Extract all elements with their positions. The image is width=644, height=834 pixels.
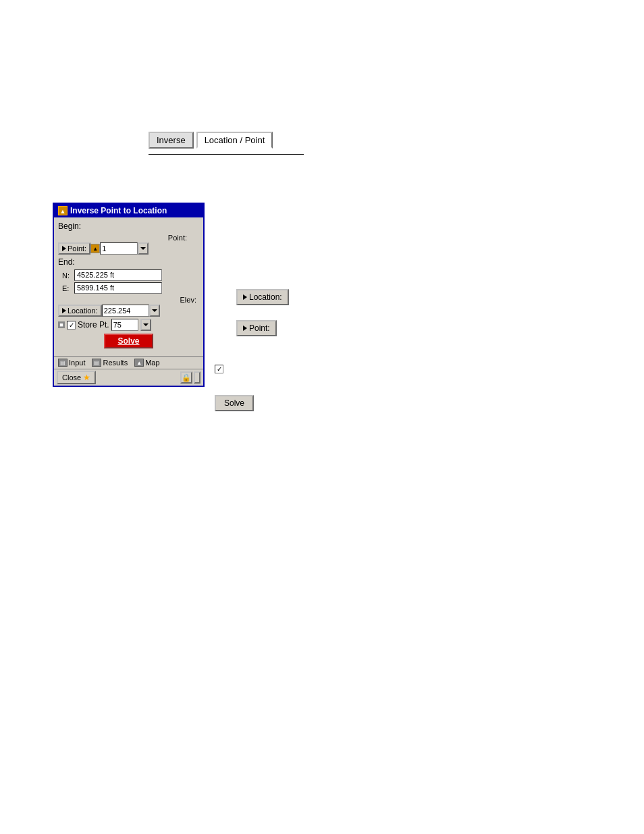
store-pt-label: Store Pt. (78, 320, 109, 330)
elev-label: Elev: (58, 296, 199, 304)
store-square-icon: ■ (58, 321, 65, 328)
point-arrow-icon (62, 246, 66, 251)
point-dropdown-arrow-icon (140, 247, 146, 250)
right-controls: 🔒 (180, 371, 200, 384)
e-value: 5899.145 ft (74, 282, 162, 294)
store-pt-dropdown-arrow-icon (143, 323, 149, 326)
point-button[interactable]: Point: (58, 242, 90, 255)
annot-location-label: Location: (249, 292, 282, 302)
annotation-location-button[interactable]: Location: (236, 289, 289, 305)
n-coord-row: N: 4525.225 ft (58, 269, 199, 281)
dialog-titlebar: ▲ Inverse Point to Location (54, 204, 203, 217)
close-star-icon: ★ (83, 373, 90, 382)
n-label: N: (62, 271, 74, 280)
store-pt-checkbox[interactable] (67, 321, 76, 330)
annot-point-label: Point: (249, 323, 270, 333)
dialog-title: Inverse Point to Location (70, 206, 167, 215)
e-label: E: (62, 284, 74, 292)
begin-label: Begin: (58, 221, 199, 231)
e-coord-row: E: 5899.145 ft (58, 282, 199, 294)
point-icon: ▲ (90, 244, 100, 253)
close-bar: Close ★ 🔒 (54, 369, 203, 386)
annotation-checkbox-area (215, 365, 223, 373)
annotation-point-button[interactable]: Point: (236, 320, 277, 336)
point-dropdown-btn[interactable] (138, 242, 149, 255)
location-dropdown-arrow-icon (152, 309, 157, 312)
location-arrow-icon (62, 308, 66, 313)
results-tab-label: Results (103, 359, 128, 367)
end-label: End: (58, 257, 199, 267)
tab-results[interactable]: ▤ Results (90, 358, 129, 367)
annotation-solve-area: Solve (215, 395, 254, 411)
inverse-tab[interactable]: Inverse (149, 132, 194, 149)
input-tab-icon: ▤ (58, 359, 68, 367)
dialog-body: Begin: Point: Point: ▲ End: N: 4525.225 … (54, 217, 203, 356)
point-input[interactable] (100, 242, 138, 255)
store-pt-input[interactable] (111, 319, 138, 331)
map-tab-label: Map (145, 359, 159, 367)
store-pt-row: ■ Store Pt. (58, 319, 199, 331)
location-button[interactable]: Location: (58, 305, 102, 317)
annotation-point-area: Point: (236, 320, 277, 336)
annot-location-arrow-icon (243, 294, 247, 300)
lock-icon-btn[interactable]: 🔒 (180, 371, 192, 384)
input-tab-label: Input (69, 359, 85, 367)
point-btn-label: Point: (68, 244, 86, 253)
tab-map[interactable]: ▲ Map (133, 358, 161, 367)
dialog-app-icon: ▲ (58, 206, 68, 215)
location-btn-label: Location: (68, 307, 98, 315)
store-pt-dropdown-btn[interactable] (140, 319, 151, 331)
location-dropdown-btn[interactable] (149, 305, 160, 317)
location-input[interactable] (102, 305, 149, 317)
annotation-solve-button[interactable]: Solve (215, 395, 254, 411)
lock-icon: 🔒 (182, 373, 191, 382)
results-tab-icon: ▤ (92, 359, 101, 367)
map-tab-icon: ▲ (134, 359, 144, 367)
location-field-row: Location: (58, 305, 199, 317)
solve-btn-area: Solve (58, 334, 199, 348)
annot-point-arrow-icon (243, 325, 247, 331)
close-btn-label: Close (62, 373, 81, 382)
close-button[interactable]: Close ★ (57, 371, 96, 384)
annotation-checkbox[interactable] (215, 365, 223, 373)
tab-input[interactable]: ▤ Input (57, 358, 86, 367)
n-value: 4525.225 ft (74, 269, 162, 281)
resize-handle[interactable] (194, 371, 200, 384)
annotation-location-area: Location: (236, 289, 289, 305)
dialog-inverse-point-to-location: ▲ Inverse Point to Location Begin: Point… (53, 203, 205, 387)
location-point-tab[interactable]: Location / Point (196, 132, 273, 149)
solve-button[interactable]: Solve (104, 334, 153, 348)
point-field-row: Point: ▲ (58, 242, 199, 255)
tab-underline (149, 154, 304, 155)
point-label-above: Point: (58, 234, 199, 242)
bottom-tabs: ▤ Input ▤ Results ▲ Map (54, 356, 203, 369)
